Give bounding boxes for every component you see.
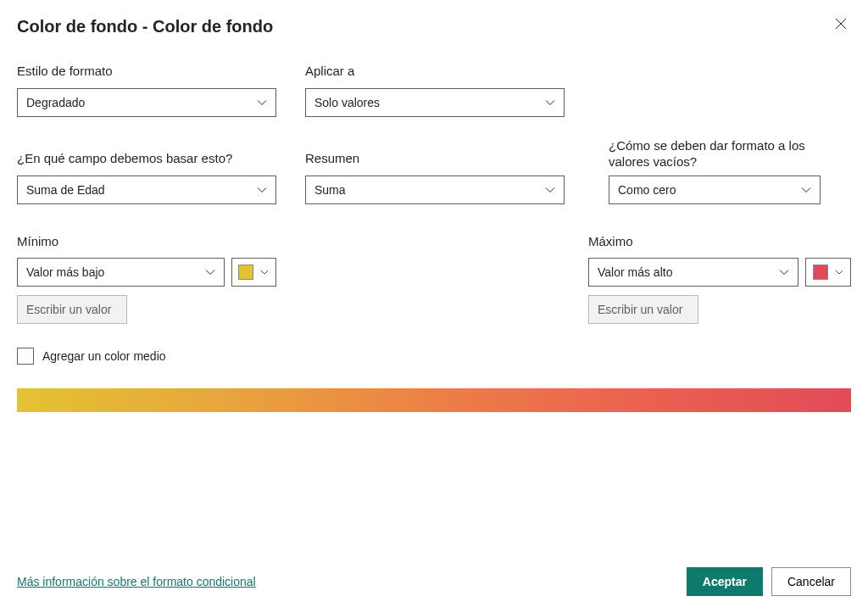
apply-to-value: Solo valores — [314, 96, 380, 109]
row-format-apply: Estilo de formato Degradado Aplicar a So… — [17, 63, 851, 117]
format-style-dropdown[interactable]: Degradado — [17, 88, 276, 117]
maximum-dropdown[interactable]: Valor más alto — [588, 258, 798, 287]
more-info-link[interactable]: Más información sobre el formato condici… — [17, 575, 256, 588]
summary-dropdown[interactable]: Suma — [305, 176, 565, 204]
minimum-color-dropdown[interactable] — [231, 258, 276, 287]
field-minimum: Mínimo Valor más bajo — [17, 233, 276, 325]
add-middle-color-checkbox[interactable] — [17, 348, 34, 365]
chevron-down-icon — [205, 269, 215, 276]
chevron-down-icon — [779, 269, 789, 276]
base-field-label: ¿En qué campo debemos basar esto? — [17, 150, 276, 167]
field-base-field: ¿En qué campo debemos basar esto? Suma d… — [17, 150, 276, 204]
dialog-buttons: Aceptar Cancelar — [687, 567, 851, 596]
maximum-value: Valor más alto — [598, 265, 672, 279]
base-field-value: Suma de Edad — [26, 183, 105, 197]
format-style-label: Estilo de formato — [17, 63, 276, 80]
cancel-button[interactable]: Cancelar — [771, 567, 851, 596]
empty-values-value: Como cero — [618, 183, 676, 197]
maximum-label: Máximo — [588, 233, 851, 250]
summary-label: Resumen — [305, 150, 565, 167]
chevron-down-icon — [545, 187, 555, 193]
empty-values-dropdown[interactable]: Como cero — [609, 176, 821, 204]
minimum-value: Valor más bajo — [26, 265, 104, 279]
empty-values-label: ¿Cómo se deben dar formato a los valores… — [609, 137, 821, 170]
field-format-style: Estilo de formato Degradado — [17, 63, 276, 117]
close-button[interactable] — [831, 14, 851, 34]
chevron-down-icon — [801, 187, 811, 193]
summary-value: Suma — [314, 183, 346, 197]
minimum-color-swatch — [238, 265, 253, 280]
chevron-down-icon — [257, 99, 267, 106]
maximum-value-input[interactable] — [588, 295, 698, 324]
chevron-down-icon — [260, 269, 269, 276]
chevron-down-icon — [257, 187, 267, 193]
row-min-max: Mínimo Valor más bajo Máximo Valor más a… — [17, 233, 851, 325]
apply-to-dropdown[interactable]: Solo valores — [305, 88, 565, 117]
dialog-filler — [17, 412, 851, 559]
base-field-dropdown[interactable]: Suma de Edad — [17, 176, 276, 204]
minimum-label: Mínimo — [17, 233, 276, 250]
minimum-dropdown[interactable]: Valor más bajo — [17, 258, 225, 287]
chevron-down-icon — [545, 99, 555, 106]
dialog-header: Color de fondo - Color de fondo — [17, 15, 851, 37]
row-basefield-summary-empty: ¿En qué campo debemos basar esto? Suma d… — [17, 146, 851, 204]
spacer-column — [305, 233, 544, 325]
field-apply-to: Aplicar a Solo valores — [305, 63, 565, 117]
minimum-value-input[interactable] — [17, 295, 127, 324]
ok-button[interactable]: Aceptar — [687, 567, 763, 596]
dialog-footer: Más información sobre el formato condici… — [17, 567, 851, 596]
add-middle-color-label: Agregar un color medio — [42, 349, 166, 363]
chevron-down-icon — [835, 269, 843, 276]
add-middle-color-row: Agregar un color medio — [17, 348, 851, 365]
dialog-title: Color de fondo - Color de fondo — [17, 15, 273, 37]
close-icon — [835, 18, 847, 30]
maximum-color-swatch — [813, 265, 828, 280]
gradient-preview — [17, 388, 851, 412]
field-empty-values: ¿Cómo se deben dar formato a los valores… — [609, 146, 821, 204]
maximum-color-dropdown[interactable] — [805, 258, 851, 287]
format-style-value: Degradado — [26, 96, 85, 109]
background-color-dialog: Color de fondo - Color de fondo Estilo d… — [0, 0, 868, 613]
apply-to-label: Aplicar a — [305, 63, 565, 80]
field-maximum: Máximo Valor más alto — [588, 233, 851, 325]
field-summary: Resumen Suma — [305, 150, 565, 204]
